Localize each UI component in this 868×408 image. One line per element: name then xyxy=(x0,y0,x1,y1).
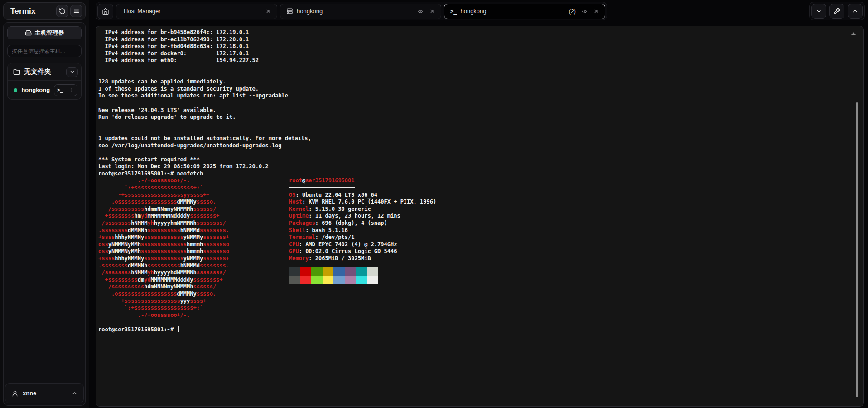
palette-swatch xyxy=(323,276,334,284)
close-icon[interactable] xyxy=(592,7,600,15)
minimize-button[interactable] xyxy=(811,4,826,19)
folder-collapse-button[interactable] xyxy=(66,67,78,77)
neofetch-info-row: GPU: 00:02.0 Cirrus Logic GD 5446 xyxy=(289,248,436,255)
wrench-icon xyxy=(834,8,840,15)
sidebar: Termix 主机管理器 无文件夹 xyxy=(0,0,89,408)
app-title: Termix xyxy=(10,7,54,16)
search-input[interactable] xyxy=(7,45,82,57)
sidebar-header: Termix xyxy=(3,2,86,20)
chevron-down-icon xyxy=(815,8,822,15)
color-palette-row xyxy=(289,276,436,284)
hard-drive-icon xyxy=(25,29,32,36)
window-controls xyxy=(809,2,865,20)
tab-host-manager[interactable]: Host Manager xyxy=(116,4,277,19)
tab-hongkong-server[interactable]: hongkong xyxy=(280,4,441,19)
color-palette-row xyxy=(289,267,436,276)
host-actions: >_ xyxy=(54,84,77,96)
neofetch-block: .-/+oossssoo+/-. `:+ssssssssssssssssss+:… xyxy=(98,177,853,319)
palette-swatch xyxy=(333,267,345,276)
tab-bar: Host Manager hongkong >_ hongkong (2) xyxy=(96,2,607,20)
palette-swatch xyxy=(289,267,300,276)
home-button[interactable] xyxy=(97,4,113,19)
user-icon xyxy=(11,390,19,397)
terminal-output: IPv4 address for br-b9458e826f4c: 172.19… xyxy=(98,29,853,406)
host-manager-button[interactable]: 主机管理器 xyxy=(7,26,82,39)
neofetch-info-row: Uptime: 11 days, 23 hours, 12 mins xyxy=(289,213,436,220)
host-manager-label: 主机管理器 xyxy=(35,29,64,37)
close-icon[interactable] xyxy=(428,7,436,15)
neofetch-info-row: Host: KVM RHEL 7.6.0 PC (i440FX + PIIX, … xyxy=(289,199,436,206)
palette-swatch xyxy=(300,267,312,276)
palette-swatch xyxy=(323,267,334,276)
user-name: xnne xyxy=(23,390,68,397)
neofetch-info-row: Kernel: 5.15.0-30-generic xyxy=(289,206,436,213)
palette-swatch xyxy=(333,276,345,284)
tab-label: hongkong xyxy=(297,8,413,15)
palette-swatch xyxy=(311,267,323,276)
palette-swatch xyxy=(345,276,356,284)
maximize-button[interactable] xyxy=(848,4,863,19)
palette-swatch xyxy=(356,276,367,284)
split-view-icon[interactable] xyxy=(580,7,588,15)
folder-icon xyxy=(13,68,20,76)
neofetch-info-row: Packages: 696 (dpkg), 4 (snap) xyxy=(289,220,436,227)
neofetch-info-row: Memory: 2065MiB / 3925MiB xyxy=(289,255,436,262)
neofetch-info-row: Shell: bash 5.1.16 xyxy=(289,227,436,234)
chevron-up-icon xyxy=(72,390,77,396)
menu-button[interactable] xyxy=(70,5,82,17)
neofetch-info-row: CPU: AMD EPYC 7402 (4) @ 2.794GHz xyxy=(289,241,436,248)
host-status-dot xyxy=(14,88,17,92)
folder-section: 无文件夹 hongkong >_ xyxy=(7,63,82,100)
server-icon xyxy=(286,8,293,15)
refresh-button[interactable] xyxy=(56,5,68,17)
hamburger-icon xyxy=(73,8,80,15)
host-terminal-button[interactable]: >_ xyxy=(54,85,66,96)
dots-vertical-icon xyxy=(69,87,75,93)
neofetch-info-row: Terminal: /dev/pts/1 xyxy=(289,234,436,241)
terminal-cursor xyxy=(178,326,179,332)
scrollbar-thumb[interactable] xyxy=(856,102,858,397)
folder-header[interactable]: 无文件夹 xyxy=(8,63,81,80)
chevron-down-icon xyxy=(69,69,75,75)
sidebar-body: 主机管理器 无文件夹 hongkong xyxy=(3,22,86,406)
palette-swatch xyxy=(300,276,312,284)
palette-swatch xyxy=(367,267,378,276)
close-icon[interactable] xyxy=(264,7,272,15)
terminal-panel[interactable]: IPv4 address for br-b9458e826f4c: 172.19… xyxy=(96,26,864,407)
terminal-text: IPv4 address for br-b9458e826f4c: 172.19… xyxy=(98,29,853,177)
neofetch-separator xyxy=(289,185,436,192)
folder-label: 无文件夹 xyxy=(24,68,63,76)
neofetch-ascii-art: .-/+oossssoo+/-. `:+ssssssssssssssssss+:… xyxy=(98,177,229,319)
palette-swatch xyxy=(367,276,378,284)
user-menu[interactable]: xnne xyxy=(5,383,84,403)
palette-swatch xyxy=(356,267,367,276)
tab-hongkong-terminal[interactable]: >_ hongkong (2) xyxy=(444,4,605,19)
prompt-text: root@ser351791695801:~# xyxy=(98,326,177,333)
neofetch-info: root@ser351791695801OS: Ubuntu 22.04 LTS… xyxy=(289,177,436,283)
tab-session-count: (2) xyxy=(569,8,576,15)
host-name: hongkong xyxy=(21,87,50,93)
host-more-button[interactable] xyxy=(66,85,77,96)
neofetch-info-row: OS: Ubuntu 22.04 LTS x86_64 xyxy=(289,192,436,199)
terminal-icon: >_ xyxy=(450,8,457,15)
tab-label: Host Manager xyxy=(122,8,260,15)
refresh-icon xyxy=(59,8,66,15)
scroll-indicator-icon xyxy=(851,32,856,35)
tools-button[interactable] xyxy=(829,4,844,19)
split-view-icon[interactable] xyxy=(416,7,424,15)
palette-swatch xyxy=(311,276,323,284)
tab-label: hongkong xyxy=(460,8,565,15)
palette-swatch xyxy=(289,276,300,284)
terminal-prompt: root@ser351791695801:~# xyxy=(98,326,853,334)
neofetch-user-host: root@ser351791695801 xyxy=(289,177,436,185)
chevron-up-icon xyxy=(852,8,858,15)
home-icon xyxy=(102,8,109,15)
host-item[interactable]: hongkong >_ xyxy=(8,81,81,99)
terminal-icon: >_ xyxy=(57,87,63,93)
palette-swatch xyxy=(345,267,356,276)
